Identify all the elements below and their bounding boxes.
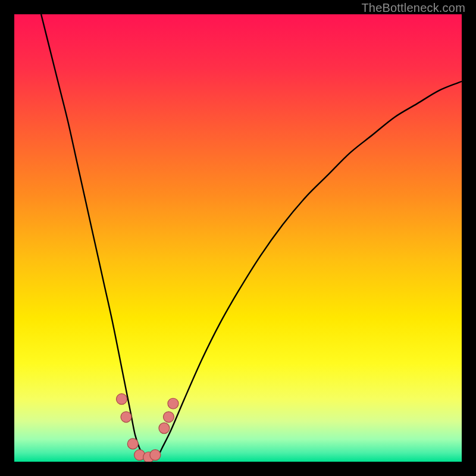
curve-marker xyxy=(116,394,127,405)
watermark-text: TheBottleneck.com xyxy=(361,1,465,15)
chart-frame: TheBottleneck.com xyxy=(0,0,476,476)
curve-layer xyxy=(14,14,462,462)
curve-marker xyxy=(121,412,131,422)
bottleneck-curve xyxy=(41,14,462,460)
plot-area xyxy=(14,14,462,462)
curve-marker xyxy=(159,423,170,434)
curve-marker xyxy=(168,398,178,409)
curve-marker xyxy=(150,450,161,461)
curve-markers xyxy=(116,394,178,462)
curve-marker xyxy=(163,412,174,422)
curve-marker xyxy=(127,439,138,449)
